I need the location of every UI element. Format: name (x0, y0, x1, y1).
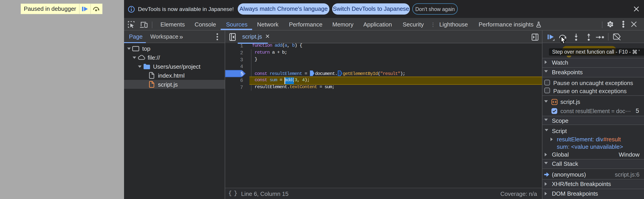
svg-text:5: 5 (240, 71, 244, 77)
